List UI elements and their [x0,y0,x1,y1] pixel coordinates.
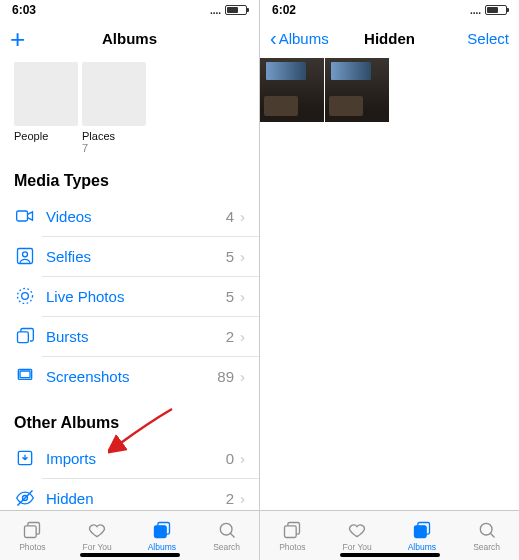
tab-label: For You [342,542,371,552]
row-count: 2 [226,328,234,345]
svg-point-17 [480,523,492,535]
status-right: .... [210,5,247,16]
row-hidden[interactable]: Hidden 2 › [0,478,259,510]
chevron-right-icon: › [240,328,245,345]
row-bursts[interactable]: Bursts 2 › [0,316,259,356]
row-screenshots[interactable]: Screenshots 89 › [0,356,259,396]
nav-title: Albums [70,30,189,47]
row-label: Videos [46,208,226,225]
nav-bar: + Albums [0,20,259,58]
row-count: 5 [226,288,234,305]
add-button[interactable]: + [10,26,25,52]
svg-rect-16 [414,525,426,537]
svg-line-18 [490,533,494,537]
status-right: .... [470,5,507,16]
row-live-photos[interactable]: Live Photos 5 › [0,276,259,316]
chevron-right-icon: › [240,288,245,305]
album-label: Places [82,130,146,142]
svg-point-2 [23,252,28,257]
svg-rect-0 [17,211,28,221]
tab-label: Search [473,542,500,552]
nav-bar: ‹ Albums Hidden Select [260,20,519,58]
tab-search[interactable]: Search [454,511,519,560]
back-button[interactable]: ‹ Albums [270,27,329,50]
svg-rect-11 [25,525,37,537]
svg-point-4 [18,289,33,304]
tab-photos[interactable]: Photos [260,511,325,560]
chevron-right-icon: › [240,450,245,467]
svg-line-14 [230,533,234,537]
row-count: 2 [226,490,234,507]
album-card-people[interactable]: People [14,62,78,154]
chevron-right-icon: › [240,368,245,385]
svg-rect-15 [285,525,297,537]
tab-search[interactable]: Search [194,511,259,560]
svg-point-13 [220,523,232,535]
tab-label: Albums [148,542,176,552]
phone-right: 6:02 .... ‹ Albums Hidden Select [260,0,519,560]
phone-left: 6:03 .... + Albums People Places 7 [0,0,260,560]
album-card-places[interactable]: Places 7 [82,62,146,154]
selfie-icon [14,245,36,267]
album-label: People [14,130,78,142]
row-label: Imports [46,450,226,467]
row-count: 4 [226,208,234,225]
row-label: Live Photos [46,288,226,305]
content-area: People Places 7 Media Types Videos 4 › S… [0,58,259,510]
video-icon [14,205,36,227]
live-photo-icon [14,285,36,307]
status-bar: 6:02 .... [260,0,519,20]
album-count: 7 [82,142,146,154]
tab-label: For You [82,542,111,552]
svg-point-3 [22,293,29,300]
row-label: Hidden [46,490,226,507]
tab-label: Photos [19,542,45,552]
status-bar: 6:03 .... [0,0,259,20]
photo-thumbnail[interactable] [260,58,324,122]
row-imports[interactable]: Imports 0 › [0,438,259,478]
home-indicator [340,553,440,557]
status-time: 6:03 [12,3,36,17]
bursts-icon [14,325,36,347]
back-label: Albums [279,30,329,47]
svg-rect-5 [18,332,29,343]
row-count: 5 [226,248,234,265]
chevron-right-icon: › [240,248,245,265]
screenshots-icon [14,365,36,387]
status-time: 6:02 [272,3,296,17]
chevron-left-icon: ‹ [270,27,277,50]
photo-grid [260,58,519,123]
battery-icon [485,5,507,15]
select-button[interactable]: Select [467,30,509,47]
svg-rect-1 [18,249,33,264]
chevron-right-icon: › [240,490,245,507]
tab-label: Albums [408,542,436,552]
tab-photos[interactable]: Photos [0,511,65,560]
row-count: 0 [226,450,234,467]
home-indicator [80,553,180,557]
row-label: Selfies [46,248,226,265]
content-area [260,58,519,510]
imports-icon [14,447,36,469]
row-count: 89 [217,368,234,385]
section-media-types: Media Types [0,154,259,196]
photo-thumbnail[interactable] [325,58,389,122]
hidden-icon [14,487,36,509]
row-videos[interactable]: Videos 4 › [0,196,259,236]
tab-label: Search [213,542,240,552]
nav-title: Hidden [330,30,449,47]
tab-label: Photos [279,542,305,552]
row-selfies[interactable]: Selfies 5 › [0,236,259,276]
row-label: Screenshots [46,368,217,385]
svg-rect-12 [154,525,166,537]
battery-icon [225,5,247,15]
svg-rect-7 [20,371,30,378]
section-other-albums: Other Albums [0,396,259,438]
row-label: Bursts [46,328,226,345]
chevron-right-icon: › [240,208,245,225]
